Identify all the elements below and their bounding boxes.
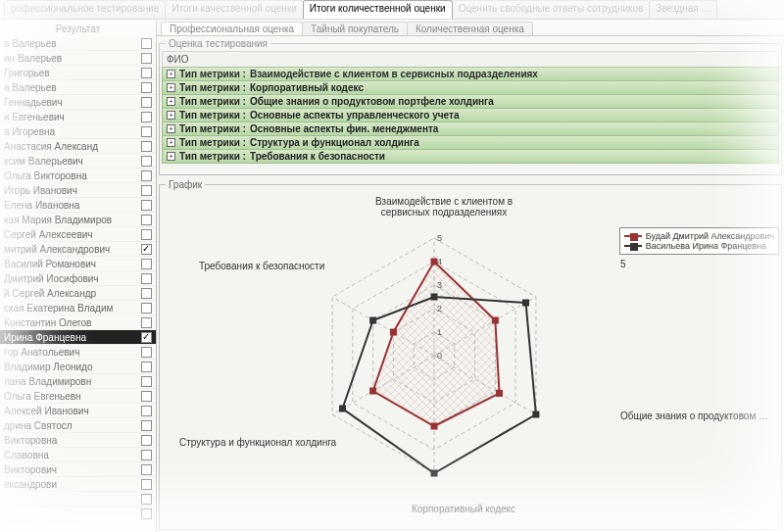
employee-label: гор Анатольевич	[4, 347, 141, 358]
employee-row[interactable]: Анастасия Александ	[0, 139, 156, 154]
metric-name: Общие знания о продуктовом портфеле холд…	[250, 96, 494, 107]
employee-label: ександрови	[4, 479, 141, 490]
main-tab-3[interactable]: Оценить свободные ответы сотрудников	[452, 0, 651, 19]
employee-label: кая Мария Владимиров	[4, 215, 141, 225]
metric-row[interactable]: +Тип метрики : Требования к безопасности	[162, 149, 779, 164]
employee-checkbox[interactable]	[141, 435, 152, 446]
sub-tab-2[interactable]: Количественная оценка	[407, 22, 533, 35]
employee-checkbox[interactable]	[141, 273, 152, 284]
employee-checkbox[interactable]	[141, 215, 152, 225]
employee-row[interactable]	[0, 507, 156, 521]
employee-checkbox[interactable]	[141, 244, 152, 255]
employee-checkbox[interactable]	[141, 97, 152, 108]
employee-checkbox[interactable]	[141, 347, 152, 358]
employee-row[interactable]: гор Анатольевич	[0, 345, 156, 360]
employee-row[interactable]: Ольга Евгеньевн	[0, 389, 156, 404]
axis-label: Взаимодействие с клиентом в сервисных по…	[356, 196, 532, 218]
employee-row[interactable]: дрина Святосл	[0, 418, 156, 433]
metric-prefix: Тип метрики :	[179, 82, 246, 93]
employee-checkbox[interactable]	[141, 391, 152, 402]
employee-row[interactable]: ександрови	[0, 477, 156, 492]
employee-checkbox[interactable]	[141, 288, 152, 299]
employee-row[interactable]: Дмитрий Иосифович	[0, 271, 156, 286]
employee-row[interactable]: ин Валерьев	[0, 51, 156, 66]
employee-checkbox[interactable]	[141, 494, 152, 505]
main-tab-4[interactable]: Звездная …	[649, 0, 717, 19]
employee-row[interactable]: а Валерьев	[0, 80, 156, 95]
employee-row[interactable]: кая Мария Владимиров	[0, 213, 156, 227]
employee-checkbox[interactable]	[141, 53, 152, 64]
employee-checkbox[interactable]	[141, 508, 152, 519]
employee-checkbox[interactable]	[141, 200, 152, 211]
employee-row[interactable]: Василий Романович	[0, 257, 156, 271]
employee-row[interactable]: Григорьев	[0, 66, 156, 80]
employee-row[interactable]: Елена Ивановна	[0, 198, 156, 213]
employee-checkbox[interactable]	[141, 259, 152, 269]
employee-row[interactable]: Константин Олегов	[0, 315, 156, 330]
employee-row[interactable]: Славовна	[0, 448, 156, 462]
employee-checkbox[interactable]	[141, 420, 152, 431]
employee-checkbox[interactable]	[141, 38, 152, 49]
main-tab-2[interactable]: Итоги количественной оценки	[303, 0, 453, 19]
employee-row[interactable]: лана Владимировн	[0, 374, 156, 389]
metric-row[interactable]: +Тип метрики : Структура и функционал хо…	[162, 135, 779, 150]
employee-row[interactable]: ксим Валерьевич	[0, 154, 156, 169]
metric-row[interactable]: +Тип метрики : Общие знания о продуктово…	[162, 94, 779, 109]
employee-checkbox[interactable]	[141, 406, 152, 416]
employee-row[interactable]: митрий Александрович	[0, 242, 156, 257]
main-tab-0[interactable]: рофессиональное тестирование	[4, 0, 166, 19]
employee-row[interactable]: Викторович	[0, 462, 156, 477]
employee-checkbox[interactable]	[141, 450, 152, 460]
employee-row[interactable]	[0, 492, 156, 507]
employee-checkbox[interactable]	[141, 303, 152, 314]
expand-icon[interactable]: +	[167, 124, 175, 133]
employee-row[interactable]: Сергей Алексеевич	[0, 227, 156, 242]
employee-checkbox[interactable]	[141, 229, 152, 240]
svg-rect-25	[431, 294, 437, 300]
expand-icon[interactable]: +	[167, 70, 175, 78]
axis-label: Общие знания о продуктовом …	[620, 411, 784, 421]
employee-row[interactable]: и Евгеньевич	[0, 110, 156, 124]
svg-rect-27	[533, 411, 539, 417]
expand-icon[interactable]: +	[167, 83, 175, 92]
legend-swatch	[624, 235, 642, 237]
employee-checkbox[interactable]	[141, 126, 152, 137]
employee-row[interactable]: а Игоревна	[0, 124, 156, 139]
employee-row[interactable]: Алексей Иванович	[0, 404, 156, 418]
metric-row[interactable]: +Тип метрики : Основные аспекты управлен…	[162, 108, 779, 122]
employee-checkbox[interactable]	[141, 362, 152, 372]
expand-icon[interactable]: +	[167, 138, 175, 147]
employee-checkbox[interactable]	[141, 332, 152, 343]
employee-checkbox[interactable]	[141, 156, 152, 167]
expand-icon[interactable]: +	[167, 97, 175, 106]
expand-icon[interactable]: +	[167, 111, 175, 120]
sub-tab-0[interactable]: Профессиональная оценка	[161, 22, 303, 35]
employee-row[interactable]: Геннадьевич	[0, 95, 156, 110]
metric-row[interactable]: +Тип метрики : Взаимодействие с клиентом…	[162, 67, 779, 81]
employee-row[interactable]: Ольга Викторовна	[0, 169, 156, 183]
employee-checkbox[interactable]	[141, 317, 152, 328]
employee-checkbox[interactable]	[141, 376, 152, 387]
employee-checkbox[interactable]	[141, 82, 152, 93]
employee-label: а Валерьев	[4, 38, 141, 49]
employee-row[interactable]: Ирина Францевна	[0, 330, 156, 345]
employee-row[interactable]: ская Екатерина Владим	[0, 301, 156, 315]
metric-row[interactable]: +Тип метрики : Корпоративный кодекс	[162, 80, 779, 95]
metric-row[interactable]: +Тип метрики : Основные аспекты фин. мен…	[162, 121, 779, 136]
employee-checkbox[interactable]	[141, 170, 152, 181]
employee-checkbox[interactable]	[141, 185, 152, 196]
employee-row[interactable]: Владимир Леонидо	[0, 360, 156, 374]
employee-checkbox[interactable]	[141, 112, 152, 122]
employee-row[interactable]: й Сергей Александр	[0, 286, 156, 301]
expand-icon[interactable]: +	[167, 152, 175, 161]
sub-tab-1[interactable]: Тайный покупатель	[302, 22, 408, 35]
employee-checkbox[interactable]	[141, 141, 152, 152]
metric-prefix: Тип метрики :	[179, 96, 246, 107]
employee-checkbox[interactable]	[141, 68, 152, 78]
employee-row[interactable]: а Валерьев	[0, 36, 156, 51]
main-tab-1[interactable]: Итоги качественной оценки	[165, 0, 303, 19]
employee-row[interactable]: Игорь Иванович	[0, 183, 156, 198]
employee-checkbox[interactable]	[141, 479, 152, 490]
employee-row[interactable]: Викторовна	[0, 433, 156, 448]
employee-checkbox[interactable]	[141, 464, 152, 475]
